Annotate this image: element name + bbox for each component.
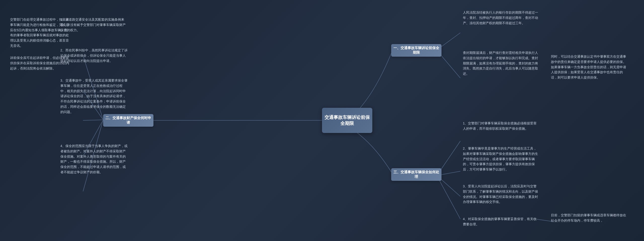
right-top1-text: 人民法院冻结被执行人的银行存款的期限不得超过一年，查封、扣押动产的期限不得超过两… [463,10,538,26]
branch-node-3: 三、交通事故车辆保全如何处理 [391,168,441,181]
right-mid3-text: 2、肇事车辆毕竟是肇事方的生产经营或生活工具，如果对肇事车辆采取财产保全措施会影… [463,146,538,172]
right-mid1-text: 同时，可以结合交通事故认定书中肇事双方在交通事故中的责任来确定是否要求申请人提供… [551,54,626,80]
right-mid4-text: 3、受害人向法院提起诉讼以后，法院应及时与交警部门联系，了解肇事车辆的情况和去向… [463,184,538,205]
right-bot1-text: 4、对采取保全措施的肇事车辆要妥善保管，有关收费要合理。 [463,217,538,227]
left-bot-text: 4、保全的范围应当限于当事人争执的财产，或者被告的财产。对案外人的财产不得采取财… [60,144,128,175]
right-top2-text: 查封期限届满后，财产续行查封需经相关申请执行人依法提出续封的申请，才能够加以执行… [463,50,538,77]
central-node: 交通事故车辆诉讼前保全期限 [322,108,372,133]
left-mid3-text: 2、而在民事纠纷中，虽然民事诉讼法规定了诉讼保全或诉前保全，但诉讼保全只能是当事… [60,48,128,63]
branch-3-label: 三、交通事故车辆保全如何处理 [393,170,440,179]
right-mid2-text: 1、交警部门对肇事车辆采取保全措施必须根据受害人的申请，而不能依职权采取财产保全… [463,121,538,131]
central-label: 交通事故车辆诉讼前保全期限 [325,114,370,126]
branch-2-label: 二、交通事故财产保全何时申请 [105,116,152,125]
left-mid4-text: 3、交通事故中，受害人或其近亲属要求保全肇事车辆，往往是受害人正在抢救或治疗过程… [60,78,128,115]
branch-node-1: 一、交通事故车辆诉讼前保全期限 [391,44,441,57]
branch-1-label: 一、交通事故车辆诉讼前保全期限 [393,46,440,55]
mindmap-canvas: 交通事故车辆诉讼前保全期限 一、交通事故车辆诉讼前保全期限 二、交通事故财产保全… [0,0,644,241]
left-mid1-text: 1、从道路交通安全法及其配套的实施条例来看，并没有赋予交警部门对肇事车辆采取财产… [60,17,128,33]
right-bot2-text: 目前，交警部门扣留的肇事车辆或违章车辆都停放在社会开办的停车场内，停车费较高， [551,213,626,223]
branch-node-2: 二、交通事故财产保全何时申请 [103,114,153,127]
